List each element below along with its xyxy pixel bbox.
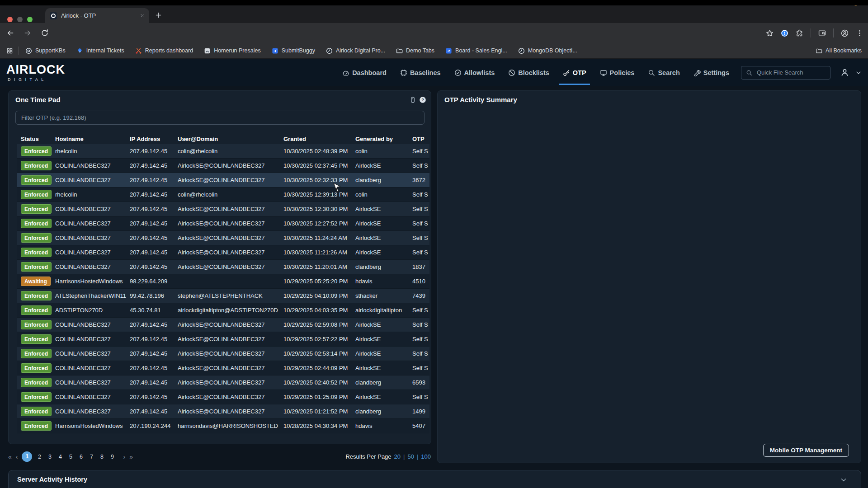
bookmark-item[interactable]: Reports dashboard — [135, 47, 193, 54]
table-row[interactable]: Enforced COLINLANDBEC327 207.49.142.45 A… — [17, 375, 429, 390]
table-row[interactable]: Enforced COLINLANDBEC327 207.49.142.45 A… — [17, 332, 429, 347]
previous-page-icon[interactable]: ‹ — [16, 453, 18, 460]
help-icon[interactable]: ? — [419, 96, 426, 103]
back-icon[interactable] — [6, 29, 14, 37]
table-row[interactable]: Enforced COLINLANDBEC327 207.49.142.45 A… — [17, 202, 429, 216]
table-row[interactable]: Enforced COLINLANDBEC327 207.49.142.45 A… — [17, 159, 429, 173]
forward-icon[interactable] — [24, 29, 32, 37]
bookmark-star-icon[interactable] — [766, 29, 774, 37]
nav-item-baselines[interactable]: Baselines — [400, 69, 441, 76]
table-row[interactable]: Enforced COLINLANDBEC327 207.49.142.45 A… — [17, 390, 429, 404]
page-number[interactable]: 5 — [67, 454, 74, 460]
nav-item-blocklists[interactable]: Blocklists — [508, 69, 549, 76]
bookmark-item[interactable]: Internal Tickets — [76, 47, 124, 54]
close-tab-icon[interactable] — [140, 13, 145, 18]
page-number[interactable]: 3 — [47, 454, 53, 460]
cell-granted: 10/29/2025 02:53:14 PM — [283, 350, 355, 357]
results-per-page-option[interactable]: 50 — [407, 453, 421, 460]
table-row[interactable]: Enforced COLINLANDBEC327 207.49.142.45 A… — [17, 347, 429, 361]
table-row[interactable]: Enforced rhelcolin 207.49.142.45 colin@r… — [17, 144, 429, 159]
cell-granted: 10/29/2025 05:25:20 PM — [283, 278, 355, 285]
column-header[interactable]: Generated by — [355, 136, 412, 142]
table-row[interactable]: Enforced COLINLANDBEC327 207.49.142.45 A… — [17, 231, 429, 245]
mouse-icon[interactable] — [409, 96, 416, 103]
bookmark-item[interactable]: Board - Sales Engi... — [445, 47, 507, 54]
page-number[interactable]: 7 — [88, 454, 94, 460]
table-row[interactable]: Enforced COLINLANDBEC327 207.49.142.45 A… — [17, 260, 429, 274]
table-row[interactable]: Enforced COLINLANDBEC327 207.49.142.45 A… — [17, 318, 429, 332]
otp-filter-input[interactable] — [15, 111, 425, 125]
bookmark-item[interactable]: Homerun Presales — [204, 47, 261, 54]
next-page-icon[interactable]: › — [123, 453, 125, 460]
apps-grid-icon[interactable] — [6, 47, 13, 54]
password-manager-icon[interactable] — [781, 29, 788, 37]
nav-item-search[interactable]: Search — [648, 69, 679, 76]
status-badge: Enforced — [21, 407, 52, 416]
table-row[interactable]: Awaiting HarrisonsHostedWindows 98.229.6… — [17, 274, 429, 289]
table-row[interactable]: Enforced COLINLANDBEC327 207.49.142.45 A… — [17, 404, 429, 419]
last-page-icon[interactable]: » — [129, 453, 133, 460]
page-number[interactable]: 4 — [57, 454, 63, 460]
table-row[interactable]: Enforced rhelcolin 207.49.142.45 colin@r… — [17, 188, 429, 202]
table-row[interactable]: Enforced COLINLANDBEC327 207.49.142.45 A… — [17, 173, 429, 188]
table-row[interactable]: Enforced COLINLANDBEC327 207.49.142.45 A… — [17, 216, 429, 231]
nav-item-policies[interactable]: Policies — [600, 69, 635, 76]
mobile-otp-management-button[interactable]: Mobile OTP Management — [763, 444, 849, 457]
column-header[interactable]: Granted — [283, 136, 355, 142]
bookmark-item[interactable]: Airlock Digital Pro... — [326, 47, 385, 54]
results-per-page-option[interactable]: 100 — [421, 453, 431, 460]
screen-search-icon[interactable] — [818, 29, 826, 37]
column-header[interactable]: OTP — [412, 136, 430, 142]
user-icon[interactable] — [840, 68, 849, 77]
close-window-button[interactable] — [7, 17, 13, 22]
new-tab-button[interactable] — [155, 12, 162, 19]
page-number[interactable]: 8 — [99, 454, 105, 460]
minimize-window-button[interactable] — [17, 17, 23, 22]
bookmark-item[interactable]: SupportKBs — [25, 47, 66, 54]
cell-hostname: HarrisonsHostedWindows — [55, 278, 130, 285]
reload-icon[interactable] — [41, 29, 49, 37]
nav-item-allowlists[interactable]: Allowlists — [454, 69, 495, 76]
zoom-window-button[interactable] — [27, 17, 33, 22]
column-header[interactable]: Hostname — [55, 136, 130, 142]
bookmark-item[interactable]: SubmitBuggy — [272, 47, 315, 54]
cell-ip-address: 45.30.74.81 — [130, 307, 178, 314]
column-header[interactable]: IP Address — [130, 136, 178, 142]
all-bookmarks-button[interactable]: All Bookmarks — [816, 47, 862, 54]
page-number[interactable]: 1 — [22, 451, 32, 462]
nav-item-otp[interactable]: OTP — [563, 69, 586, 76]
quick-file-search-input[interactable] — [756, 69, 826, 76]
block-circle-icon — [508, 69, 515, 76]
first-page-icon[interactable]: « — [8, 453, 12, 460]
page-number[interactable]: 2 — [36, 454, 42, 460]
profile-avatar-icon[interactable] — [841, 29, 849, 37]
table-row[interactable]: Enforced HarrisonsHostedWindows 207.190.… — [17, 419, 429, 433]
table-row[interactable]: Enforced ATLStephenThackerWIN11 99.42.78… — [17, 289, 429, 303]
results-per-page-option[interactable]: 20 — [394, 453, 408, 460]
table-row[interactable]: Enforced COLINLANDBEC327 207.49.142.45 A… — [17, 245, 429, 260]
nav-item-dashboard[interactable]: Dashboard — [342, 69, 387, 76]
browser-menu-kebab-icon[interactable] — [856, 29, 863, 37]
page-number[interactable]: 6 — [78, 454, 84, 460]
table-row[interactable]: Enforced COLINLANDBEC327 207.49.142.45 A… — [17, 361, 429, 375]
column-header[interactable]: User@Domain — [178, 136, 283, 142]
pagination-row: « ‹ 123456789 › » Results Per Page 20501… — [8, 451, 431, 462]
column-header[interactable]: Status — [21, 136, 55, 142]
table-row[interactable]: Enforced ADSTIPTON270D 45.30.74.81 airlo… — [17, 303, 429, 318]
extensions-puzzle-icon[interactable] — [796, 29, 803, 37]
bookmark-item[interactable]: MongoDB ObjectI... — [518, 47, 577, 54]
page-number[interactable]: 9 — [109, 454, 115, 460]
cell-granted: 10/29/2025 02:59:08 PM — [283, 321, 355, 328]
cell-hostname: COLINLANDBEC327 — [55, 394, 130, 400]
bookmark-item[interactable]: Demo Tabs — [396, 47, 434, 54]
nav-item-settings[interactable]: Settings — [693, 69, 729, 76]
cell-generated-by: AirlockSE — [355, 235, 412, 241]
chevron-down-icon[interactable] — [855, 70, 862, 76]
browser-tab[interactable]: Airlock - OTP — [45, 8, 149, 23]
airlock-logo[interactable]: AIRLOCK DIGITAL — [6, 64, 65, 82]
quick-file-search[interactable] — [741, 66, 830, 80]
cell-ip-address: 207.49.142.45 — [130, 206, 178, 212]
chevron-down-icon[interactable] — [840, 476, 847, 483]
server-activity-history-panel[interactable]: Server Activity History — [8, 470, 861, 488]
cell-otp: Self S — [412, 365, 430, 371]
